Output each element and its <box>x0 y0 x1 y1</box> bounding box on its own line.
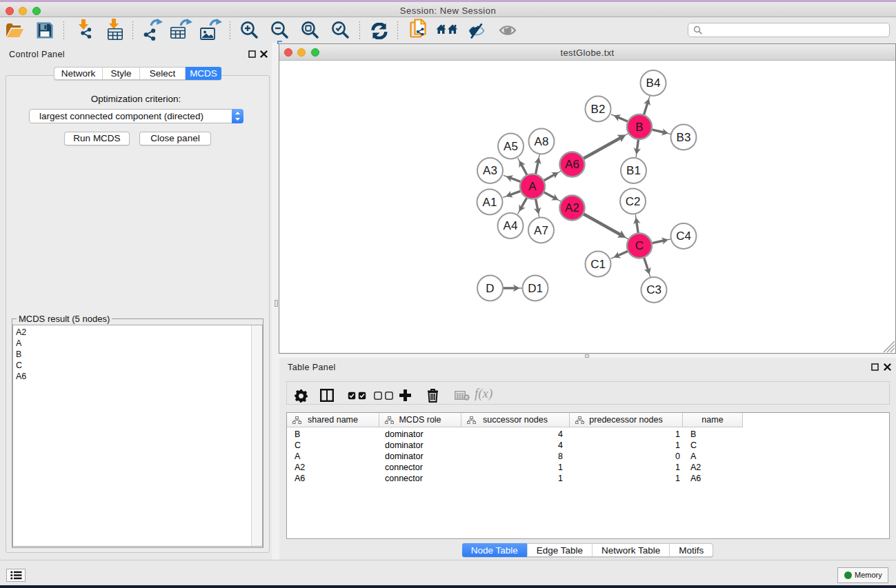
svg-text:A: A <box>528 180 537 193</box>
svg-text:A2: A2 <box>565 201 579 214</box>
svg-text:A5: A5 <box>504 140 518 153</box>
svg-text:D1: D1 <box>528 282 543 295</box>
svg-text:B2: B2 <box>591 103 606 116</box>
svg-text:C: C <box>635 239 644 252</box>
svg-text:A6: A6 <box>565 158 579 171</box>
svg-text:D: D <box>486 282 494 295</box>
svg-text:A4: A4 <box>504 219 518 232</box>
svg-text:C3: C3 <box>646 283 661 296</box>
svg-text:B4: B4 <box>646 77 661 90</box>
svg-text:B: B <box>635 121 643 134</box>
svg-text:C1: C1 <box>590 258 606 271</box>
svg-text:A1: A1 <box>483 196 497 209</box>
svg-text:B1: B1 <box>626 164 641 177</box>
svg-text:C4: C4 <box>676 230 691 243</box>
svg-text:B3: B3 <box>677 131 691 144</box>
svg-text:A8: A8 <box>535 135 549 148</box>
svg-text:C2: C2 <box>626 195 641 208</box>
svg-text:A3: A3 <box>483 164 497 177</box>
svg-text:A7: A7 <box>534 224 548 237</box>
